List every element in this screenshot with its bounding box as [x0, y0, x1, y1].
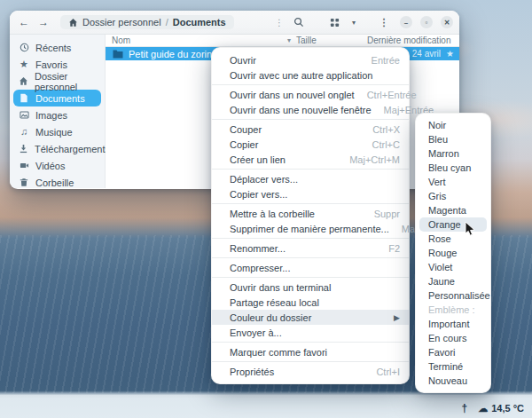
submenu-item-violet[interactable]: Violet [416, 260, 490, 274]
column-name[interactable]: Nom ▾ [106, 35, 296, 45]
column-size[interactable]: Taille [296, 35, 367, 45]
close-icon: ✕ [444, 19, 450, 27]
submenu-item-gris[interactable]: Gris [416, 189, 490, 203]
submenu-item-favori[interactable]: Favori [416, 345, 490, 359]
tray-indicator-icon[interactable]: † [462, 402, 468, 414]
video-icon [19, 161, 29, 171]
menu-item-ouvrir[interactable]: OuvrirEntrée [212, 52, 409, 67]
menu-item-copier-vers[interactable]: Copier vers... [212, 186, 409, 201]
back-button[interactable]: ← [16, 14, 32, 30]
sidebar-item-trash[interactable]: Corbeille [13, 174, 101, 189]
submenu-item-noir[interactable]: Noir [416, 118, 490, 132]
sidebar-item-label: Images [35, 110, 67, 121]
menu-item-proprietes[interactable]: PropriétésCtrl+I [212, 364, 409, 379]
header-bar: ← → Dossier personnel / Documents ⋮ ▾ ⋮ [10, 11, 459, 35]
forward-icon: → [38, 16, 49, 28]
submenu-arrow-icon: ▶ [394, 313, 400, 322]
breadcrumb-separator: / [166, 17, 168, 28]
sidebar-item-label: Récents [35, 43, 71, 53]
view-dropdown-caret-icon[interactable]: ▾ [346, 14, 362, 30]
menu-item-couleur-dossier[interactable]: Couleur du dossier▶ [212, 310, 409, 325]
submenu-item-bleu-cyan[interactable]: Bleu cyan [416, 161, 490, 175]
sidebar-item-label: Documents [35, 93, 85, 104]
search-icon[interactable] [291, 14, 307, 30]
menu-item-partage-reseau[interactable]: Partage réseau local [212, 295, 409, 310]
menu-separator [212, 119, 409, 120]
submenu-item-orange[interactable]: Orange [419, 217, 487, 232]
sidebar-item-home[interactable]: Dossier personnel [13, 73, 101, 90]
menu-item-ouvrir-avec[interactable]: Ouvrir avec une autre application [212, 67, 409, 83]
sort-caret-icon: ▾ [287, 36, 296, 44]
maximize-icon: ▫ [426, 19, 428, 27]
menu-separator [212, 169, 409, 170]
close-button[interactable]: ✕ [441, 16, 453, 28]
column-modified[interactable]: Dernière modification [367, 35, 459, 45]
home-icon [19, 76, 28, 87]
submenu-item-rouge[interactable]: Rouge [416, 246, 490, 260]
sidebar-item-downloads[interactable]: Téléchargements [13, 140, 101, 157]
taskbar-panel [0, 398, 532, 418]
submenu-item-rose[interactable]: Rose [416, 232, 490, 246]
folder-color-submenu: Noir Bleu Marron Bleu cyan Vert Gris Mag… [415, 113, 491, 393]
desktop: ← → Dossier personnel / Documents ⋮ ▾ ⋮ [0, 0, 532, 418]
clock-icon [19, 43, 29, 53]
menu-item-envoyer-a[interactable]: Envoyer à... [212, 325, 409, 340]
menu-item-marquer-favori[interactable]: Marquer comme favori [212, 344, 409, 359]
submenu-item-jaune[interactable]: Jaune [416, 274, 490, 288]
menu-item-terminal[interactable]: Ouvrir dans un terminal [212, 280, 409, 295]
menu-item-renommer[interactable]: Renommer...F2 [212, 241, 409, 256]
menu-item-compresser[interactable]: Compresser... [212, 260, 409, 275]
submenu-header-embleme: Emblème : [416, 303, 490, 317]
submenu-item-termine[interactable]: Terminé [416, 359, 490, 374]
submenu-item-important[interactable]: Important [416, 317, 490, 331]
menu-separator [212, 361, 409, 362]
breadcrumb[interactable]: Dossier personnel / Documents [60, 15, 234, 29]
menu-item-supprimer[interactable]: Supprimer de manière permanente...Maj+Su… [212, 221, 409, 236]
submenu-item-en-cours[interactable]: En cours [416, 331, 490, 345]
menu-separator [212, 257, 409, 258]
submenu-item-bleu[interactable]: Bleu [416, 132, 490, 146]
grid-view-icon[interactable] [326, 14, 342, 30]
weather-widget[interactable]: ☁ 14,5 °C [478, 403, 524, 414]
menu-separator [212, 342, 409, 343]
submenu-item-personnalisee[interactable]: Personnalisée [416, 288, 490, 303]
sidebar-item-images[interactable]: Images [13, 106, 101, 123]
menu-dots-icon[interactable]: ⋮ [376, 14, 392, 30]
favorite-star-icon[interactable]: ★ [446, 49, 454, 59]
sidebar-item-label: Vidéos [35, 161, 65, 171]
submenu-item-vert[interactable]: Vert [416, 175, 490, 189]
image-icon [19, 110, 29, 121]
menu-separator [212, 238, 409, 239]
sidebar-item-label: Favoris [35, 59, 67, 70]
submenu-item-nouveau[interactable]: Nouveau [416, 374, 490, 388]
menu-item-corbeille[interactable]: Mettre à la corbeilleSuppr [212, 206, 409, 221]
document-icon [19, 93, 29, 104]
menu-separator [212, 84, 409, 85]
star-icon: ★ [19, 59, 29, 70]
sidebar-item-documents[interactable]: Documents [13, 90, 101, 106]
folder-icon [113, 50, 123, 59]
sidebar-item-music[interactable]: ♫ Musique [13, 123, 101, 140]
sidebar-item-recents[interactable]: Récents [13, 39, 101, 56]
system-tray: † ☁ 14,5 °C [462, 402, 525, 414]
home-icon [68, 18, 78, 28]
menu-item-copier[interactable]: CopierCtrl+C [212, 137, 409, 152]
sidebar-item-videos[interactable]: Vidéos [13, 157, 101, 174]
minimize-button[interactable]: – [400, 16, 412, 28]
column-headers: Nom ▾ Taille Dernière modification [106, 35, 459, 47]
menu-item-couper[interactable]: CouperCtrl+X [212, 122, 409, 137]
breadcrumb-home-label[interactable]: Dossier personnel [82, 17, 161, 28]
sidebar-item-label: Musique [35, 127, 73, 138]
path-options-icon[interactable]: ⋮ [271, 14, 287, 30]
menu-item-nouvelle-fenetre[interactable]: Ouvrir dans une nouvelle fenêtreMaj+Entr… [212, 102, 409, 117]
menu-item-deplacer-vers[interactable]: Déplacer vers... [212, 171, 409, 186]
trash-icon [19, 177, 29, 188]
maximize-button[interactable]: ▫ [420, 16, 433, 28]
cloud-icon: ☁ [478, 403, 488, 414]
forward-button[interactable]: → [35, 14, 51, 30]
menu-item-creer-lien[interactable]: Créer un lienMaj+Ctrl+M [212, 152, 409, 167]
menu-item-nouvel-onglet[interactable]: Ouvrir dans un nouvel ongletCtrl+Entrée [212, 87, 409, 102]
breadcrumb-current-label[interactable]: Documents [173, 17, 226, 28]
submenu-item-magenta[interactable]: Magenta [416, 203, 490, 217]
submenu-item-marron[interactable]: Marron [416, 146, 490, 161]
